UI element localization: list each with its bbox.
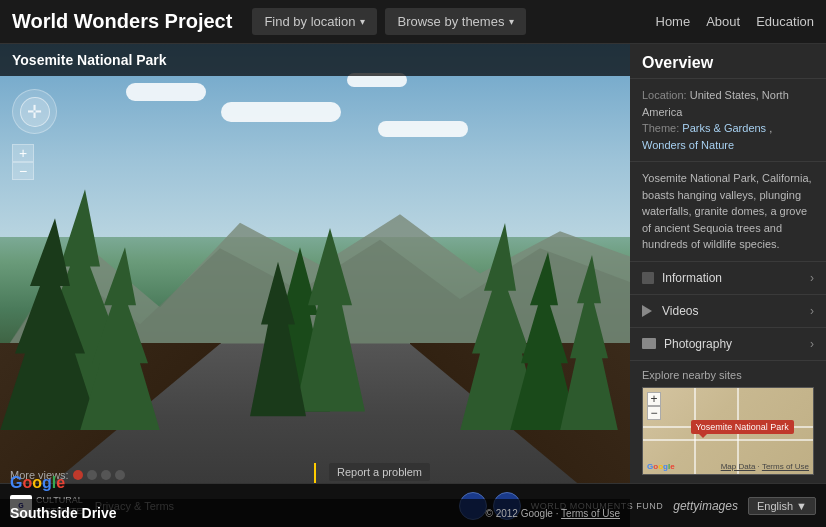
zoom-controls: + − bbox=[12, 144, 34, 180]
map-pin: Yosemite National Park bbox=[691, 420, 794, 434]
right-panel: Overview Location: United States, North … bbox=[630, 44, 826, 527]
video-icon bbox=[642, 305, 652, 317]
site-logo: World Wonders Project bbox=[12, 10, 232, 33]
map-data-link[interactable]: Map Data bbox=[721, 462, 756, 471]
compass-arrows: ✛ bbox=[27, 101, 42, 123]
chevron-down-icon: ▾ bbox=[509, 16, 514, 27]
chevron-down-icon: ▾ bbox=[360, 16, 365, 27]
view-dot-4[interactable] bbox=[115, 470, 125, 480]
home-link[interactable]: Home bbox=[656, 14, 691, 29]
park-title: Yosemite National Park bbox=[0, 44, 630, 76]
accordion-information[interactable]: Information › bbox=[630, 262, 826, 295]
location-label: Location: bbox=[642, 89, 687, 101]
chevron-right-icon: › bbox=[810, 304, 814, 318]
accordion-videos[interactable]: Videos › bbox=[630, 295, 826, 328]
map-google-logo: Google bbox=[647, 462, 675, 471]
browse-themes-button[interactable]: Browse by themes ▾ bbox=[385, 8, 526, 35]
about-link[interactable]: About bbox=[706, 14, 740, 29]
compass-inner: ✛ bbox=[20, 97, 50, 127]
overview-title: Overview bbox=[630, 44, 826, 79]
map-road-horizontal-2 bbox=[643, 439, 813, 441]
compass-control[interactable]: ✛ bbox=[12, 89, 57, 134]
find-location-button[interactable]: Find by location ▾ bbox=[252, 8, 377, 35]
nearby-title: Explore nearby sites bbox=[642, 369, 814, 381]
zoom-in-button[interactable]: + bbox=[12, 144, 34, 162]
accordion-information-label: Information bbox=[662, 271, 810, 285]
nearby-section: Explore nearby sites + − Yosemite Nation… bbox=[630, 361, 826, 479]
location-info: Location: United States, North America T… bbox=[630, 79, 826, 162]
header-nav: Home About Education bbox=[656, 14, 815, 29]
copyright-text: © 2012 Google · Terms of Use bbox=[486, 508, 620, 519]
mini-map[interactable]: + − Yosemite National Park Google Map Da… bbox=[642, 387, 814, 475]
accordion-photography-header[interactable]: Photography › bbox=[630, 328, 826, 360]
language-button[interactable]: English ▼ bbox=[748, 497, 816, 515]
accordion-photography-label: Photography bbox=[664, 337, 810, 351]
accordion-information-header[interactable]: Information › bbox=[630, 262, 826, 294]
panorama-panel[interactable]: Yosemite National Park bbox=[0, 44, 630, 527]
map-zoom-in[interactable]: + bbox=[647, 392, 661, 406]
theme-link-2[interactable]: Wonders of Nature bbox=[642, 139, 734, 151]
info-icon bbox=[642, 272, 654, 284]
main-content: Yosemite National Park bbox=[0, 44, 826, 527]
cloud bbox=[126, 83, 206, 101]
chevron-right-icon: › bbox=[810, 337, 814, 351]
header: World Wonders Project Find by location ▾… bbox=[0, 0, 826, 44]
mountains-layer bbox=[0, 189, 630, 358]
theme-link-1[interactable]: Parks & Gardens bbox=[682, 122, 766, 134]
park-description: Yosemite National Park, California, boas… bbox=[630, 162, 826, 262]
camera-icon bbox=[642, 338, 656, 349]
terms-link[interactable]: Terms of Use bbox=[561, 508, 620, 519]
theme-separator: , bbox=[769, 122, 772, 134]
cloud bbox=[378, 121, 468, 137]
theme-line: Theme: Parks & Gardens , Wonders of Natu… bbox=[642, 120, 814, 153]
cloud bbox=[221, 102, 341, 122]
accordion-videos-header[interactable]: Videos › bbox=[630, 295, 826, 327]
view-dot-1[interactable] bbox=[73, 470, 83, 480]
map-terms-link[interactable]: Terms of Use bbox=[762, 462, 809, 471]
theme-label: Theme: bbox=[642, 122, 679, 134]
view-dot-2[interactable] bbox=[87, 470, 97, 480]
location-name: Southside Drive bbox=[10, 505, 117, 521]
education-link[interactable]: Education bbox=[756, 14, 814, 29]
accordion-videos-label: Videos bbox=[662, 304, 810, 318]
map-zoom-out[interactable]: − bbox=[647, 406, 661, 420]
panorama-view[interactable]: ✛ + − Google Southside Drive © 2012 Goog… bbox=[0, 44, 630, 527]
report-problem-button[interactable]: Report a problem bbox=[329, 463, 430, 481]
getty-text: gettyimages bbox=[673, 499, 738, 513]
location-line: Location: United States, North America bbox=[642, 87, 814, 120]
google-logo-pano: Google bbox=[10, 474, 65, 492]
chevron-right-icon: › bbox=[810, 271, 814, 285]
view-dot-3[interactable] bbox=[101, 470, 111, 480]
map-attribution: Map Data · Terms of Use bbox=[721, 462, 809, 471]
map-zoom-controls: + − bbox=[647, 392, 661, 420]
zoom-out-button[interactable]: − bbox=[12, 162, 34, 180]
accordion-photography[interactable]: Photography › bbox=[630, 328, 826, 361]
panorama-bottom-bar: Southside Drive © 2012 Google · Terms of… bbox=[0, 499, 630, 527]
map-background: + − Yosemite National Park Google Map Da… bbox=[643, 388, 813, 474]
